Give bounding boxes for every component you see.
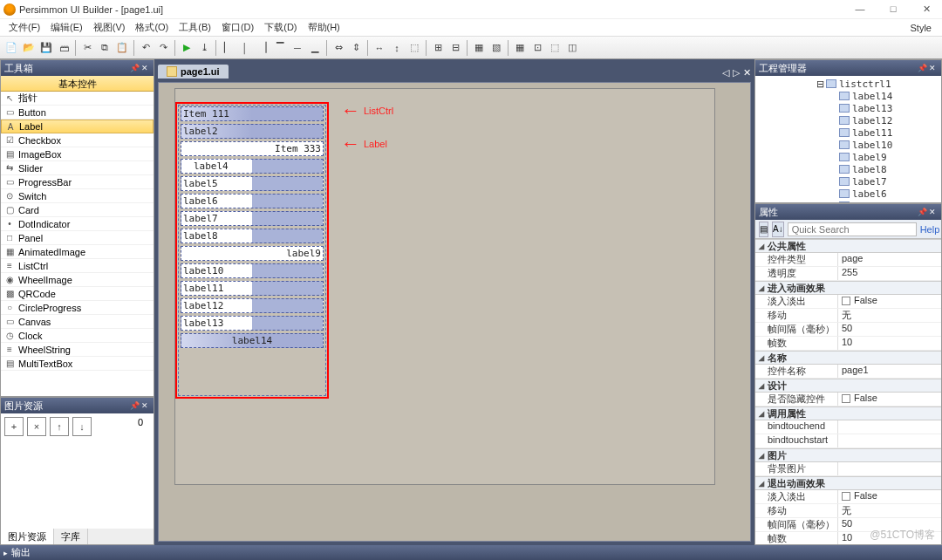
property-category[interactable]: 调用属性 xyxy=(755,406,941,420)
pin-icon[interactable]: 📌 xyxy=(129,401,140,410)
property-category[interactable]: 公共属性 xyxy=(755,239,941,253)
property-row[interactable]: 帧数10 xyxy=(755,337,941,351)
align-right-icon[interactable]: ▕ xyxy=(255,40,270,56)
redo-icon[interactable]: ↷ xyxy=(155,40,171,56)
send-back-icon[interactable]: ▧ xyxy=(488,40,504,56)
toolbox-item[interactable]: ▩QRCode xyxy=(1,287,154,301)
align-left-icon[interactable]: ▏ xyxy=(220,40,236,56)
close-icon[interactable]: ✕ xyxy=(140,64,150,72)
toolbox-item[interactable]: •DotIndicator xyxy=(1,217,154,231)
nav-close-icon[interactable]: ✕ xyxy=(743,67,751,79)
property-row[interactable]: 移动无 xyxy=(755,504,941,518)
label-widget[interactable]: label12 xyxy=(181,298,324,313)
toolbox-item[interactable]: ◷Clock xyxy=(1,329,154,343)
style-menu[interactable]: Style xyxy=(904,23,939,33)
toolbox-tab[interactable]: 基本控件 xyxy=(1,76,154,92)
label-widget[interactable]: label8 xyxy=(181,229,324,243)
design-surface[interactable]: Item 111label2Item 333label4label5label6… xyxy=(174,88,715,485)
help-link[interactable]: Help xyxy=(920,224,940,235)
dist-v-icon[interactable]: ⇕ xyxy=(348,40,364,56)
project-tree[interactable]: ⊟listctrl1label14label13label12label11la… xyxy=(755,76,941,202)
save-icon[interactable]: 💾 xyxy=(38,40,54,56)
toolbox-item[interactable]: ▤MultiTextBox xyxy=(1,357,154,371)
ungroup-icon[interactable]: ⊟ xyxy=(447,40,463,56)
property-row[interactable]: bindtouchstart xyxy=(755,434,941,448)
down-button[interactable]: ↓ xyxy=(72,417,92,436)
align-center-icon[interactable]: │ xyxy=(237,40,253,56)
property-row[interactable]: 背景图片 xyxy=(755,462,941,476)
tree-node[interactable]: label12 xyxy=(755,114,941,126)
grid-icon[interactable]: ▦ xyxy=(512,40,528,56)
property-category[interactable]: 图片 xyxy=(755,448,941,462)
paste-icon[interactable]: 📋 xyxy=(114,40,130,56)
tree-node[interactable]: ⊟listctrl1 xyxy=(755,78,941,90)
toolbox-item[interactable]: ⊙Switch xyxy=(1,189,154,203)
pin-icon[interactable]: 📌 xyxy=(917,208,927,216)
property-category[interactable]: 退出动画效果 xyxy=(755,476,941,490)
open-icon[interactable]: 📂 xyxy=(21,40,37,56)
tree-node[interactable]: label11 xyxy=(755,126,941,139)
copy-icon[interactable]: ⧉ xyxy=(97,40,113,56)
toolbox-item[interactable]: ▢Card xyxy=(1,203,154,217)
tree-node[interactable]: label7 xyxy=(755,175,941,188)
categorize-icon[interactable]: ▤ xyxy=(759,222,768,237)
menu-item[interactable]: 视图(V) xyxy=(88,21,131,34)
menu-item[interactable]: 工具(B) xyxy=(174,21,216,34)
align-middle-icon[interactable]: ─ xyxy=(290,40,305,56)
align-top-icon[interactable]: ▔ xyxy=(272,40,288,56)
undo-icon[interactable]: ↶ xyxy=(138,40,154,56)
toolbox-item[interactable]: ◉WheelImage xyxy=(1,273,154,287)
toolbox-item[interactable]: ↖指针 xyxy=(1,92,154,106)
sort-icon[interactable]: A↓ xyxy=(772,222,784,237)
pin-icon[interactable]: 📌 xyxy=(917,64,927,72)
label-widget[interactable]: label11 xyxy=(181,281,324,296)
toolbox-item[interactable]: □Panel xyxy=(1,231,154,245)
toolbox-item[interactable]: ☑Checkbox xyxy=(1,133,154,147)
tree-node[interactable]: label9 xyxy=(755,151,941,163)
property-row[interactable]: 透明度255 xyxy=(755,267,941,281)
close-button[interactable]: ✕ xyxy=(914,3,939,15)
close-icon[interactable]: ✕ xyxy=(140,401,150,410)
property-category[interactable]: 名称 xyxy=(755,351,941,365)
bring-front-icon[interactable]: ▦ xyxy=(471,40,487,56)
close-icon[interactable]: ✕ xyxy=(927,64,938,72)
download-icon[interactable]: ⤓ xyxy=(196,40,212,56)
toolbox-item[interactable]: ○CircleProgress xyxy=(1,301,154,315)
menu-item[interactable]: 格式(O) xyxy=(130,21,174,34)
saveall-icon[interactable]: 🗃 xyxy=(56,40,72,56)
listctrl-widget[interactable]: Item 111label2Item 333label4label5label6… xyxy=(175,102,329,399)
document-tab[interactable]: page1.ui xyxy=(158,65,229,79)
property-category[interactable]: 设计 xyxy=(755,379,941,393)
property-row[interactable]: 移动无 xyxy=(755,309,941,323)
property-row[interactable]: 控件名称page1 xyxy=(755,365,941,379)
same-height-icon[interactable]: ↕ xyxy=(389,40,405,56)
label-widget[interactable]: label9 xyxy=(181,246,324,261)
property-grid[interactable]: 公共属性控件类型page透明度255进入动画效果淡入淡出False移动无帧间隔（… xyxy=(755,239,941,544)
tree-node[interactable]: label8 xyxy=(755,163,941,175)
property-row[interactable]: 是否隐藏控件False xyxy=(755,393,941,406)
new-icon[interactable]: 📄 xyxy=(3,40,19,56)
menu-item[interactable]: 文件(F) xyxy=(3,21,45,34)
canvas[interactable]: Item 111label2Item 333label4label5label6… xyxy=(158,82,751,542)
property-row[interactable]: 控件类型page xyxy=(755,253,941,267)
lock-icon[interactable]: ⬚ xyxy=(547,40,563,56)
tree-node[interactable]: label6 xyxy=(755,188,941,200)
toolbox-item[interactable]: ≡ListCtrl xyxy=(1,259,154,273)
property-row[interactable]: bindtouchend xyxy=(755,420,941,434)
label-widget[interactable]: label13 xyxy=(181,316,324,331)
dist-h-icon[interactable]: ⇔ xyxy=(331,40,346,56)
property-search[interactable] xyxy=(788,222,917,236)
misc-icon[interactable]: ◫ xyxy=(564,40,580,56)
minimize-button[interactable]: — xyxy=(848,3,872,15)
add-button[interactable]: + xyxy=(4,417,24,436)
nav-right-icon[interactable]: ▷ xyxy=(733,67,740,79)
snap-icon[interactable]: ⊡ xyxy=(529,40,545,56)
property-category[interactable]: 进入动画效果 xyxy=(755,281,941,295)
toolbox-item[interactable]: ▤ImageBox xyxy=(1,147,154,161)
tree-node[interactable]: label14 xyxy=(755,90,941,102)
tree-node[interactable]: label5 xyxy=(755,200,941,202)
group-icon[interactable]: ⊞ xyxy=(430,40,446,56)
menu-item[interactable]: 下载(D) xyxy=(259,21,302,34)
label-widget[interactable]: label7 xyxy=(181,211,324,226)
same-width-icon[interactable]: ↔ xyxy=(372,40,387,56)
